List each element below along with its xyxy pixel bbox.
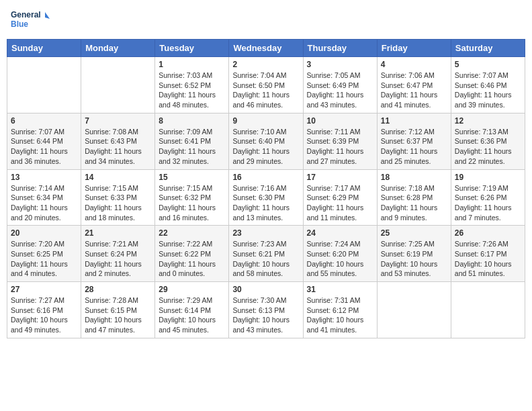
day-info: Sunrise: 7:11 AM Sunset: 6:39 PM Dayligh… (307, 127, 373, 167)
sunset-text: Sunset: 6:36 PM (455, 137, 507, 145)
daylight-text: Daylight: 11 hours and 2 minutes. (85, 260, 142, 278)
daylight-text: Daylight: 11 hours and 29 minutes. (232, 147, 290, 165)
day-number: 19 (455, 173, 521, 182)
sunrise-text: Sunrise: 7:18 AM (381, 184, 435, 192)
day-number: 14 (85, 173, 151, 182)
day-cell: 24 Sunrise: 7:24 AM Sunset: 6:20 PM Dayl… (303, 226, 377, 282)
day-number: 16 (232, 173, 299, 182)
daylight-text: Daylight: 11 hours and 16 minutes. (159, 203, 216, 222)
day-info: Sunrise: 7:25 AM Sunset: 6:19 PM Dayligh… (381, 239, 447, 279)
weekday-header-monday: Monday (81, 40, 155, 57)
sunrise-text: Sunrise: 7:03 AM (159, 71, 212, 79)
sunrise-text: Sunrise: 7:06 AM (381, 71, 435, 79)
sunrise-text: Sunrise: 7:31 AM (307, 296, 361, 304)
daylight-text: Daylight: 11 hours and 25 minutes. (381, 147, 438, 165)
day-number: 29 (159, 285, 225, 294)
sunrise-text: Sunrise: 7:07 AM (11, 128, 64, 136)
day-number: 24 (307, 228, 373, 238)
day-info: Sunrise: 7:15 AM Sunset: 6:33 PM Dayligh… (85, 183, 151, 223)
sunrise-text: Sunrise: 7:11 AM (307, 128, 361, 136)
svg-text:General: General (11, 10, 41, 19)
sunset-text: Sunset: 6:21 PM (232, 250, 285, 258)
day-info: Sunrise: 7:10 AM Sunset: 6:40 PM Dayligh… (232, 127, 299, 167)
sunrise-text: Sunrise: 7:30 AM (232, 296, 286, 304)
day-cell: 21 Sunrise: 7:21 AM Sunset: 6:24 PM Dayl… (81, 226, 155, 282)
sunset-text: Sunset: 6:37 PM (381, 137, 433, 145)
day-info: Sunrise: 7:09 AM Sunset: 6:41 PM Dayligh… (159, 127, 225, 167)
sunset-text: Sunset: 6:16 PM (11, 306, 63, 314)
sunrise-text: Sunrise: 7:07 AM (455, 71, 508, 79)
daylight-text: Daylight: 10 hours and 55 minutes. (307, 260, 364, 278)
day-number: 21 (85, 228, 151, 238)
weekday-header-sunday: Sunday (7, 40, 81, 57)
weekday-header-friday: Friday (377, 40, 451, 57)
day-cell: 28 Sunrise: 7:28 AM Sunset: 6:15 PM Dayl… (81, 282, 155, 338)
daylight-text: Daylight: 11 hours and 46 minutes. (232, 91, 290, 109)
day-number: 30 (232, 285, 299, 294)
day-cell (451, 282, 525, 338)
day-cell: 9 Sunrise: 7:10 AM Sunset: 6:40 PM Dayli… (229, 113, 303, 169)
day-info: Sunrise: 7:06 AM Sunset: 6:47 PM Dayligh… (381, 71, 447, 110)
sunset-text: Sunset: 6:41 PM (159, 137, 211, 145)
daylight-text: Daylight: 10 hours and 53 minutes. (381, 260, 438, 278)
day-info: Sunrise: 7:19 AM Sunset: 6:26 PM Dayligh… (455, 183, 521, 223)
day-cell: 22 Sunrise: 7:22 AM Sunset: 6:22 PM Dayl… (155, 226, 229, 282)
day-info: Sunrise: 7:26 AM Sunset: 6:17 PM Dayligh… (455, 239, 521, 279)
day-cell (377, 282, 451, 338)
day-cell: 10 Sunrise: 7:11 AM Sunset: 6:39 PM Dayl… (303, 113, 377, 169)
day-number: 4 (381, 60, 447, 69)
day-number: 5 (455, 60, 521, 69)
daylight-text: Daylight: 11 hours and 18 minutes. (85, 203, 142, 222)
daylight-text: Daylight: 11 hours and 0 minutes. (159, 260, 216, 278)
day-cell: 18 Sunrise: 7:18 AM Sunset: 6:28 PM Dayl… (377, 169, 451, 226)
day-number: 9 (232, 116, 299, 126)
sunset-text: Sunset: 6:49 PM (307, 81, 359, 89)
day-info: Sunrise: 7:30 AM Sunset: 6:13 PM Dayligh… (232, 295, 299, 335)
day-info: Sunrise: 7:17 AM Sunset: 6:29 PM Dayligh… (307, 183, 373, 223)
sunrise-text: Sunrise: 7:17 AM (307, 184, 361, 192)
sunset-text: Sunset: 6:40 PM (232, 137, 285, 145)
daylight-text: Daylight: 11 hours and 7 minutes. (455, 203, 512, 222)
sunset-text: Sunset: 6:52 PM (159, 81, 211, 89)
day-number: 13 (11, 173, 77, 182)
day-cell: 20 Sunrise: 7:20 AM Sunset: 6:25 PM Dayl… (7, 226, 81, 282)
daylight-text: Daylight: 11 hours and 32 minutes. (159, 147, 216, 165)
daylight-text: Daylight: 11 hours and 20 minutes. (11, 203, 68, 222)
calendar-table: SundayMondayTuesdayWednesdayThursdayFrid… (7, 39, 525, 338)
day-cell: 2 Sunrise: 7:04 AM Sunset: 6:50 PM Dayli… (229, 57, 303, 113)
daylight-text: Daylight: 11 hours and 36 minutes. (11, 147, 68, 165)
sunrise-text: Sunrise: 7:15 AM (159, 184, 212, 192)
day-cell: 17 Sunrise: 7:17 AM Sunset: 6:29 PM Dayl… (303, 169, 377, 226)
day-cell: 14 Sunrise: 7:15 AM Sunset: 6:33 PM Dayl… (81, 169, 155, 226)
sunset-text: Sunset: 6:44 PM (11, 137, 63, 145)
daylight-text: Daylight: 10 hours and 45 minutes. (159, 316, 216, 334)
sunrise-text: Sunrise: 7:13 AM (455, 128, 508, 136)
weekday-header-saturday: Saturday (451, 40, 525, 57)
day-cell: 25 Sunrise: 7:25 AM Sunset: 6:19 PM Dayl… (377, 226, 451, 282)
day-number: 8 (159, 116, 225, 126)
day-number: 22 (159, 228, 225, 238)
sunrise-text: Sunrise: 7:21 AM (85, 240, 138, 248)
weekday-header-thursday: Thursday (303, 40, 377, 57)
daylight-text: Daylight: 10 hours and 49 minutes. (11, 316, 68, 334)
day-info: Sunrise: 7:31 AM Sunset: 6:12 PM Dayligh… (307, 295, 373, 335)
sunset-text: Sunset: 6:12 PM (307, 306, 359, 314)
day-info: Sunrise: 7:16 AM Sunset: 6:30 PM Dayligh… (232, 183, 299, 223)
daylight-text: Daylight: 10 hours and 58 minutes. (232, 260, 290, 278)
day-info: Sunrise: 7:28 AM Sunset: 6:15 PM Dayligh… (85, 295, 151, 335)
daylight-text: Daylight: 11 hours and 13 minutes. (232, 203, 290, 222)
daylight-text: Daylight: 10 hours and 41 minutes. (307, 316, 364, 334)
weekday-header-tuesday: Tuesday (155, 40, 229, 57)
day-number: 27 (11, 285, 77, 294)
daylight-text: Daylight: 11 hours and 41 minutes. (381, 91, 438, 109)
sunrise-text: Sunrise: 7:12 AM (381, 128, 435, 136)
day-cell (7, 57, 81, 113)
daylight-text: Daylight: 11 hours and 34 minutes. (85, 147, 142, 165)
day-cell: 15 Sunrise: 7:15 AM Sunset: 6:32 PM Dayl… (155, 169, 229, 226)
day-info: Sunrise: 7:05 AM Sunset: 6:49 PM Dayligh… (307, 71, 373, 110)
daylight-text: Daylight: 10 hours and 47 minutes. (85, 316, 142, 334)
sunrise-text: Sunrise: 7:16 AM (232, 184, 286, 192)
day-number: 3 (307, 60, 373, 69)
daylight-text: Daylight: 11 hours and 27 minutes. (307, 147, 364, 165)
day-cell: 23 Sunrise: 7:23 AM Sunset: 6:21 PM Dayl… (229, 226, 303, 282)
